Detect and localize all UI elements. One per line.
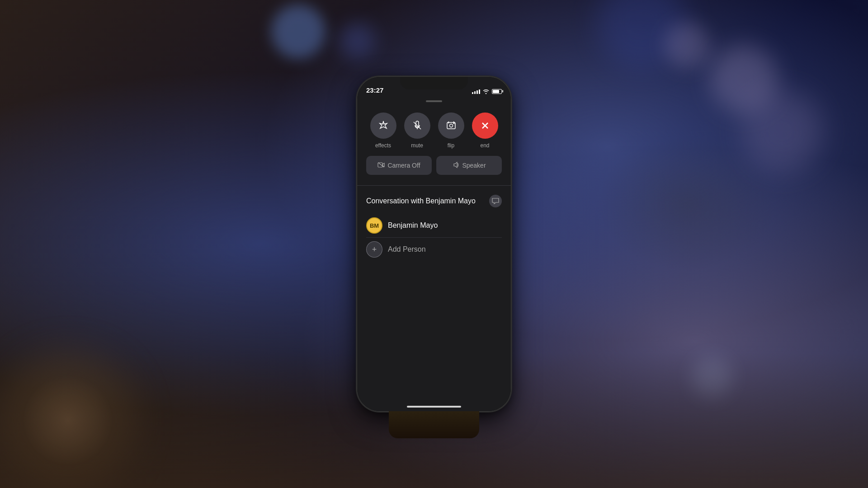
signal-bar-1 xyxy=(472,92,473,94)
signal-bar-2 xyxy=(474,91,476,94)
signal-bar-3 xyxy=(476,90,478,94)
home-indicator[interactable] xyxy=(407,406,461,408)
screen-content: effects mute xyxy=(357,97,511,411)
end-icon xyxy=(480,120,491,131)
conversation-section: Conversation with Benjamin Mayo BM Benja… xyxy=(357,189,511,261)
section-divider xyxy=(357,185,511,186)
conversation-header: Conversation with Benjamin Mayo xyxy=(366,195,502,207)
flip-icon xyxy=(446,120,457,131)
effects-button-circle xyxy=(370,113,396,139)
flip-label: flip xyxy=(448,142,454,149)
speaker-icon xyxy=(452,162,459,169)
bokeh-decoration-6 xyxy=(665,23,710,68)
drag-indicator[interactable] xyxy=(426,100,442,102)
phone-screen: 23:27 xyxy=(357,77,511,411)
plus-icon: + xyxy=(372,245,377,254)
svg-line-8 xyxy=(378,163,384,167)
background-shoe xyxy=(597,136,778,271)
message-icon-button[interactable] xyxy=(489,195,502,207)
camera-off-icon xyxy=(377,162,385,169)
phone-notch xyxy=(400,77,468,89)
bokeh-decoration-2 xyxy=(339,23,375,59)
wifi-icon xyxy=(482,89,490,94)
bokeh-decoration-1 xyxy=(271,5,326,59)
status-time: 23:27 xyxy=(366,86,383,94)
camera-off-button[interactable]: Camera Off xyxy=(366,156,432,175)
effects-label: effects xyxy=(375,142,391,149)
battery-icon xyxy=(492,89,502,94)
contact-item-benjamin[interactable]: BM Benjamin Mayo xyxy=(366,214,502,238)
flip-button[interactable]: flip xyxy=(438,113,464,149)
background-hand xyxy=(23,375,113,465)
effects-icon xyxy=(378,120,389,131)
add-person-icon: + xyxy=(366,241,382,258)
end-button[interactable]: end xyxy=(472,113,498,149)
bottom-buttons-row: Camera Off Speaker xyxy=(366,156,502,175)
contact-name-benjamin: Benjamin Mayo xyxy=(388,221,438,230)
add-person-label: Add Person xyxy=(388,245,426,253)
mute-button[interactable]: mute xyxy=(404,113,430,149)
status-icons xyxy=(472,89,502,94)
signal-bars-icon xyxy=(472,89,480,94)
svg-point-3 xyxy=(449,124,453,127)
controls-area: effects mute xyxy=(357,106,511,182)
contact-avatar-bm: BM xyxy=(366,217,382,234)
phone-frame: 23:27 xyxy=(357,77,511,411)
add-person-item[interactable]: + Add Person xyxy=(366,238,502,261)
flip-button-circle xyxy=(438,113,464,139)
camera-off-label: Camera Off xyxy=(387,162,420,169)
speech-bubble-icon xyxy=(492,198,499,204)
speaker-label: Speaker xyxy=(462,162,486,169)
phone-wrapper: 23:27 xyxy=(357,77,511,411)
mute-button-circle xyxy=(404,113,430,139)
contact-list: BM Benjamin Mayo + Add Person xyxy=(366,214,502,261)
effects-button[interactable]: effects xyxy=(370,113,396,149)
end-button-circle xyxy=(472,113,498,139)
phone-stand xyxy=(389,411,479,438)
control-buttons-row: effects mute xyxy=(366,113,502,149)
battery-fill xyxy=(493,90,499,93)
mute-label: mute xyxy=(411,142,423,149)
end-label: end xyxy=(480,142,489,149)
speaker-button[interactable]: Speaker xyxy=(436,156,502,175)
conversation-title: Conversation with Benjamin Mayo xyxy=(366,197,476,205)
signal-bar-4 xyxy=(479,89,480,94)
svg-rect-7 xyxy=(378,163,382,167)
mute-icon xyxy=(412,120,423,131)
